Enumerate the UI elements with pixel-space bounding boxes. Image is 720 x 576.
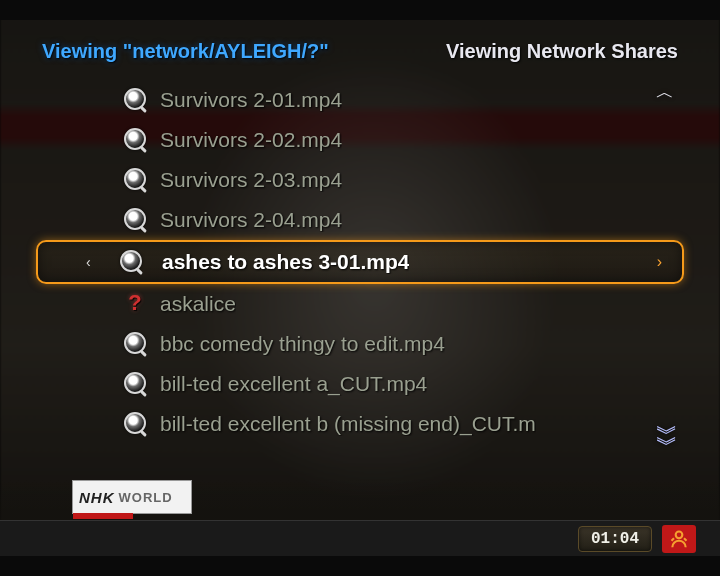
chevron-right-icon[interactable]: › — [657, 253, 662, 271]
list-item-label: ashes to ashes 3-01.mp4 — [136, 250, 409, 274]
list-item[interactable]: Survivors 2-01.mp4 — [42, 80, 678, 120]
media-file-icon — [124, 372, 148, 396]
list-item[interactable]: Survivors 2-03.mp4 — [42, 160, 678, 200]
clock: 01:04 — [578, 526, 652, 552]
question-icon: ? — [124, 292, 148, 316]
list-item[interactable]: bill-ted excellent b (missing end)_CUT.m — [42, 404, 678, 444]
list-item-label: bbc comedy thingy to edit.mp4 — [134, 332, 445, 356]
media-file-icon — [120, 250, 144, 274]
list-item[interactable]: Survivors 2-04.mp4 — [42, 200, 678, 240]
osd-overlay: Viewing "network/AYLEIGH/?" Viewing Netw… — [0, 0, 720, 576]
media-file-icon — [124, 88, 148, 112]
list-item[interactable]: ?askalice — [42, 284, 678, 324]
media-file-icon — [124, 412, 148, 436]
list-item[interactable]: bill-ted excellent a_CUT.mp4 — [42, 364, 678, 404]
list-item-label: bill-ted excellent a_CUT.mp4 — [134, 372, 427, 396]
breadcrumb-path: Viewing "network/AYLEIGH/?" — [42, 40, 329, 63]
media-file-icon — [124, 208, 148, 232]
media-file-icon — [124, 332, 148, 356]
media-file-icon — [124, 168, 148, 192]
page-title: Viewing Network Shares — [446, 40, 678, 63]
list-item[interactable]: Survivors 2-02.mp4 — [42, 120, 678, 160]
list-item-label: Survivors 2-04.mp4 — [134, 208, 342, 232]
list-item[interactable]: bbc comedy thingy to edit.mp4 — [42, 324, 678, 364]
list-item-label: bill-ted excellent b (missing end)_CUT.m — [134, 412, 536, 436]
chevron-left-icon[interactable]: ‹ — [86, 254, 91, 270]
list-item-label: Survivors 2-03.mp4 — [134, 168, 342, 192]
file-list[interactable]: Survivors 2-01.mp4Survivors 2-02.mp4Surv… — [42, 80, 678, 444]
media-file-icon — [124, 128, 148, 152]
scroll-down-icon[interactable]: ︾ ︾ — [656, 428, 676, 450]
user-icon[interactable] — [662, 525, 696, 553]
svg-point-0 — [676, 531, 683, 538]
list-item-label: Survivors 2-01.mp4 — [134, 88, 342, 112]
list-item-selected[interactable]: ‹ashes to ashes 3-01.mp4› — [36, 240, 684, 284]
header-bar: Viewing "network/AYLEIGH/?" Viewing Netw… — [42, 36, 678, 66]
top-letterbox — [0, 0, 720, 20]
status-bar: 01:04 — [0, 520, 720, 556]
channel-logo-text-2: WORLD — [115, 490, 173, 505]
bottom-letterbox — [0, 556, 720, 576]
channel-logo-accent — [73, 513, 133, 519]
list-item-label: askalice — [134, 292, 236, 316]
channel-logo-text-1: NHK — [73, 489, 115, 506]
channel-logo: NHK WORLD — [72, 480, 192, 514]
list-item-label: Survivors 2-02.mp4 — [134, 128, 342, 152]
